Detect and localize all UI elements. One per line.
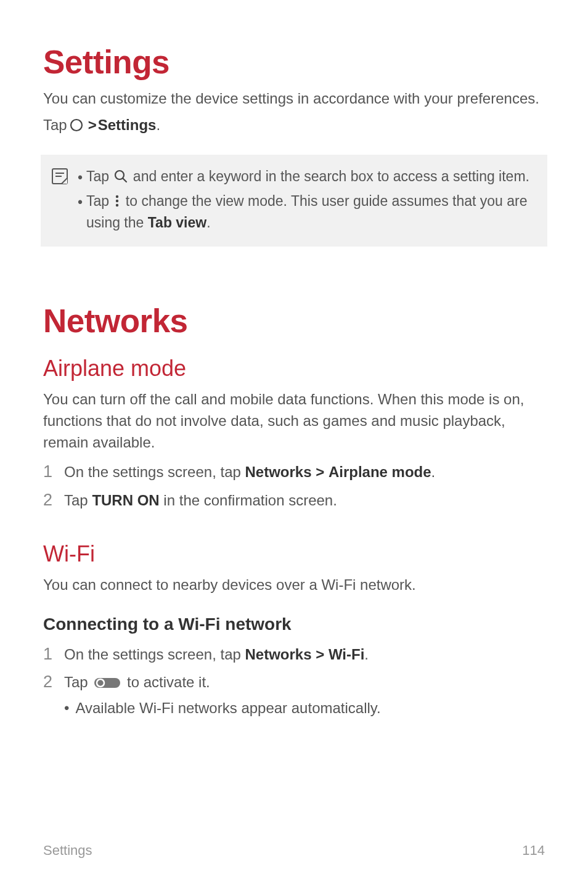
gt-symbol: > (316, 463, 324, 480)
step-number: 1 (43, 643, 55, 666)
networks-bold: Networks (245, 646, 312, 663)
wifi-intro-text: You can connect to nearby devices over a… (43, 574, 545, 596)
ws1-end: . (364, 646, 369, 663)
ws2-post: to activate it. (123, 674, 210, 690)
gt-symbol: > (88, 115, 97, 136)
airplane-mode-bold: Airplane mode (329, 463, 431, 480)
wifi-step-2: 2 Tap to activate it. • Available Wi-Fi … (43, 671, 545, 724)
tap-prefix: Tap (43, 115, 67, 136)
heading-networks: Networks (43, 302, 545, 340)
toggle-off-icon (94, 676, 121, 690)
note-item-view-mode: • Tap to change the view mode. This user… (78, 190, 533, 233)
note1-pre: Tap (86, 168, 113, 184)
heading-connecting-wifi: Connecting to a Wi-Fi network (43, 615, 545, 634)
settings-bold: Settings (98, 115, 157, 136)
heading-airplane-mode: Airplane mode (43, 356, 545, 382)
svg-point-7 (116, 200, 118, 202)
footer-section: Settings (43, 843, 92, 859)
document-page: Settings You can customize the device se… (0, 0, 588, 882)
note2-pre: Tap (86, 193, 113, 209)
page-number: 114 (522, 843, 545, 859)
note-list: • Tap and enter a keyword in the search … (78, 166, 533, 236)
search-icon (114, 169, 128, 183)
bullet: • (78, 192, 81, 213)
svg-point-6 (116, 195, 118, 198)
step-number: 2 (43, 671, 55, 724)
note-icon (51, 167, 69, 186)
heading-wifi: Wi-Fi (43, 541, 545, 567)
s1-end: . (431, 463, 436, 480)
turn-on-bold: TURN ON (92, 492, 159, 508)
airplane-steps: 1 On the settings screen, tap Networks >… (43, 460, 545, 511)
tap-period: . (156, 115, 160, 136)
ws2-pre: Tap (64, 674, 92, 690)
tab-view-bold: Tab view (148, 214, 206, 231)
wifi-sub-text: Available Wi-Fi networks appear automati… (75, 697, 380, 719)
home-circle-icon (70, 118, 83, 132)
note1-post: and enter a keyword in the search box to… (129, 168, 529, 184)
note2-end: . (206, 214, 210, 231)
page-footer: Settings 114 (43, 843, 545, 859)
wifi-step-1: 1 On the settings screen, tap Networks >… (43, 643, 545, 666)
airplane-step-1: 1 On the settings screen, tap Networks >… (43, 460, 545, 483)
airplane-intro-text: You can turn off the call and mobile dat… (43, 389, 545, 453)
wifi-sub-item: • Available Wi-Fi networks appear automa… (64, 697, 545, 719)
wifi-step-2-sublist: • Available Wi-Fi networks appear automa… (64, 697, 545, 719)
svg-line-5 (123, 178, 127, 182)
networks-bold: Networks (245, 463, 312, 480)
svg-point-0 (71, 120, 82, 131)
airplane-step-2: 2 Tap TURN ON in the confirmation screen… (43, 489, 545, 512)
settings-intro-text: You can customize the device settings in… (43, 88, 545, 110)
step-number: 2 (43, 489, 55, 512)
ws1-pre: On the settings screen, tap (64, 646, 245, 663)
gt-symbol: > (316, 646, 324, 663)
more-vert-icon (114, 194, 120, 208)
s2-end: in the confirmation screen. (160, 492, 337, 508)
note-item-search: • Tap and enter a keyword in the search … (78, 166, 533, 189)
note-box: • Tap and enter a keyword in the search … (41, 155, 547, 247)
heading-settings: Settings (43, 43, 545, 81)
s2-pre: Tap (64, 492, 92, 508)
svg-point-8 (116, 204, 118, 206)
wifi-bold: Wi-Fi (329, 646, 364, 663)
bullet: • (78, 167, 81, 189)
s1-pre: On the settings screen, tap (64, 463, 245, 480)
bullet: • (64, 697, 69, 719)
wifi-steps: 1 On the settings screen, tap Networks >… (43, 643, 545, 724)
step-number: 1 (43, 460, 55, 483)
tap-settings-instruction: Tap > Settings . (43, 115, 545, 136)
